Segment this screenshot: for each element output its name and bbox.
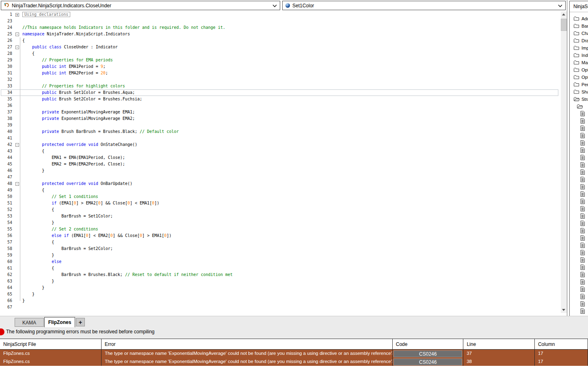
- new-tab-button[interactable]: +: [76, 318, 85, 326]
- explorer-folder[interactable]: BarsTypes: [570, 22, 588, 30]
- member-dropdown[interactable]: Set1Color: [282, 1, 566, 10]
- explorer-file[interactable]: [570, 161, 588, 169]
- code-line[interactable]: 48- protected override void OnBarUpdate(…: [0, 180, 560, 187]
- code-line[interactable]: 59 }: [0, 252, 560, 259]
- code-line[interactable]: 26{: [0, 37, 560, 44]
- code-line[interactable]: 38 private ExponentialMovingAverage EMA2…: [0, 115, 560, 122]
- code-line[interactable]: 41: [0, 135, 560, 141]
- explorer-file[interactable]: [570, 139, 588, 147]
- code-line[interactable]: 66}: [0, 298, 560, 304]
- explorer-folder[interactable]: OptimizationFitnesses: [570, 66, 588, 74]
- code-line[interactable]: 47: [0, 174, 560, 180]
- code-line[interactable]: 31 public int EMA2Period = 20;: [0, 70, 560, 76]
- code-line[interactable]: 35 public Brush Set2Color = Brushes.Fuch…: [0, 96, 560, 102]
- column-header-column[interactable]: Column: [535, 339, 588, 349]
- explorer-subfolder[interactable]: [570, 103, 588, 110]
- explorer-folder[interactable]: Indicators: [570, 52, 588, 59]
- explorer-folder[interactable]: ShareServices: [570, 88, 588, 96]
- explorer-file[interactable]: [570, 300, 588, 308]
- fold-toggle-icon[interactable]: -: [15, 143, 19, 147]
- explorer-file[interactable]: [570, 110, 588, 117]
- code-line[interactable]: 28 {: [0, 50, 560, 57]
- explorer-file[interactable]: [570, 154, 588, 161]
- explorer-file[interactable]: [570, 176, 588, 183]
- code-editor[interactable]: 1+Using declarations2324//This namespace…: [0, 11, 560, 313]
- code-line[interactable]: 43 {: [0, 148, 560, 154]
- explorer-file[interactable]: [570, 198, 588, 205]
- explorer-folder[interactable]: Optimizers: [570, 74, 588, 81]
- script-tab-kama[interactable]: KAMA: [15, 318, 44, 327]
- explorer-file[interactable]: [570, 147, 588, 154]
- code-line[interactable]: 29 // Properties for EMA periods: [0, 57, 560, 63]
- code-line[interactable]: 37 private ExponentialMovingAverage EMA1…: [0, 109, 560, 115]
- code-line[interactable]: 61 {: [0, 265, 560, 272]
- collapsed-region-box[interactable]: Using declarations: [22, 12, 70, 17]
- explorer-file[interactable]: [570, 183, 588, 191]
- chevron-down-icon[interactable]: [272, 3, 277, 9]
- code-line[interactable]: 56 else if (EMA1[0] < EMA2[0] && Close[0…: [0, 233, 560, 239]
- code-line[interactable]: 50 // Set 1 conditions: [0, 193, 560, 200]
- editor-vertical-scrollbar[interactable]: [561, 11, 567, 313]
- column-header-error[interactable]: Error: [102, 339, 393, 349]
- code-line[interactable]: 55 // Set 2 conditions: [0, 226, 560, 233]
- explorer-file[interactable]: [570, 242, 588, 249]
- code-line[interactable]: 40 private Brush BarBrush = Brushes.Blac…: [0, 128, 560, 135]
- explorer-file[interactable]: [570, 205, 588, 213]
- explorer-file[interactable]: [570, 271, 588, 278]
- explorer-file[interactable]: [570, 117, 588, 125]
- fold-toggle-icon[interactable]: -: [15, 46, 19, 49]
- explorer-file[interactable]: [570, 213, 588, 220]
- code-line[interactable]: 67: [0, 304, 560, 311]
- code-line[interactable]: 23: [0, 18, 560, 24]
- explorer-file[interactable]: [570, 278, 588, 286]
- explorer-file[interactable]: [570, 235, 588, 242]
- explorer-file[interactable]: [570, 286, 588, 293]
- fold-toggle-icon[interactable]: -: [15, 33, 19, 36]
- code-line[interactable]: 39: [0, 122, 560, 128]
- code-line[interactable]: 58 BarBrush = Set2Color;: [0, 246, 560, 252]
- explorer-file[interactable]: [570, 169, 588, 176]
- scroll-up-button[interactable]: [561, 11, 567, 18]
- code-line[interactable]: 46 }: [0, 167, 560, 174]
- code-line[interactable]: 25-namespace NinjaTrader.NinjaScript.Ind…: [0, 31, 560, 37]
- code-line[interactable]: 1+Using declarations: [0, 11, 560, 18]
- explorer-file[interactable]: [570, 220, 588, 227]
- code-line[interactable]: 42- protected override void OnStateChang…: [0, 141, 560, 148]
- code-line[interactable]: 65 }: [0, 291, 560, 298]
- explorer-file[interactable]: [570, 191, 588, 198]
- code-line[interactable]: 64 }: [0, 285, 560, 291]
- column-header-ninjascript-file[interactable]: NinjaScript File: [0, 339, 102, 349]
- explorer-file[interactable]: [570, 132, 588, 139]
- code-line[interactable]: 45 EMA2 = EMA(EMA2Period, Close);: [0, 161, 560, 167]
- column-header-code[interactable]: Code: [393, 339, 464, 349]
- code-line[interactable]: 36: [0, 102, 560, 109]
- column-header-line[interactable]: Line: [463, 339, 535, 349]
- explorer-folder[interactable]: MarketAnalyzerColumns: [570, 59, 588, 66]
- code-line[interactable]: 60 else: [0, 259, 560, 265]
- explorer-file[interactable]: [570, 125, 588, 132]
- chevron-down-icon[interactable]: [558, 3, 562, 9]
- scroll-down-button[interactable]: [561, 306, 567, 313]
- code-line[interactable]: 63 }: [0, 278, 560, 285]
- code-line[interactable]: 27- public class CloseUnder : Indicator: [0, 44, 560, 50]
- explorer-folder[interactable]: AddOns: [570, 15, 588, 22]
- explorer-file[interactable]: [570, 249, 588, 256]
- code-line[interactable]: 30 public int EMA1Period = 9;: [0, 63, 560, 70]
- code-line[interactable]: 53 BarBrush = Set1Color;: [0, 213, 560, 220]
- code-line[interactable]: 51 if (EMA1[0] > EMA2[0] && Close[0] < E…: [0, 200, 560, 206]
- code-line[interactable]: 57 {: [0, 239, 560, 246]
- error-row[interactable]: FlipZones.csThe type or namespace name '…: [0, 350, 588, 358]
- explorer-folder[interactable]: Imports: [570, 44, 588, 52]
- script-tab-flipzones[interactable]: FlipZones: [44, 317, 75, 327]
- code-line[interactable]: 54 }: [0, 220, 560, 226]
- error-row[interactable]: FlipZones.csThe type or namespace name '…: [0, 358, 588, 366]
- code-line[interactable]: 62 BarBrush = Brushes.Black; // Reset to…: [0, 272, 560, 278]
- code-line[interactable]: 49 {: [0, 187, 560, 193]
- explorer-folder[interactable]: ChartStyles: [570, 30, 588, 37]
- fold-toggle-icon[interactable]: -: [15, 182, 19, 186]
- scrollbar-thumb[interactable]: [561, 19, 567, 31]
- explorer-file[interactable]: [570, 293, 588, 300]
- type-dropdown[interactable]: NinjaTrader.NinjaScript.Indicators.Close…: [1, 1, 280, 10]
- fold-toggle-icon[interactable]: +: [15, 13, 19, 17]
- explorer-file[interactable]: [570, 227, 588, 235]
